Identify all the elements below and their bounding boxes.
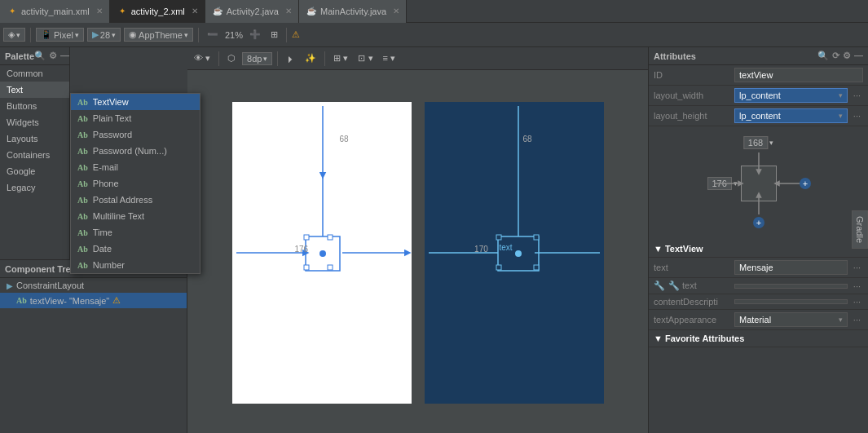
dropdown-textview[interactable]: Ab TextView (71, 94, 200, 110)
svg-rect-18 (496, 265, 501, 270)
canvas-toolbar: 👁 ▾ ⬡ 8dp ▾ ⏵ ✨ ⊞ ▾ ⊡ ▾ ≡ ▾ (187, 47, 648, 70)
palette-widgets[interactable]: Widgets (0, 114, 69, 130)
api-dropdown[interactable]: ▶ 28 ▾ (87, 28, 121, 42)
tab-close-4-icon[interactable]: ✕ (393, 7, 399, 15)
palette-google[interactable]: Google (0, 163, 69, 179)
baseline-button[interactable]: ≡ ▾ (380, 51, 399, 65)
attr-id-input[interactable]: textView (734, 68, 863, 82)
dropdown-email[interactable]: Ab E-mail (71, 159, 200, 175)
gradle-tab[interactable]: Gradle (852, 210, 868, 249)
dropdown-time[interactable]: Ab Time (71, 224, 200, 241)
margin-button[interactable]: ⊡ ▾ (355, 51, 376, 65)
ab-icon-password-num: Ab (77, 147, 88, 156)
palette-settings-icon[interactable]: ⚙ (49, 51, 57, 61)
attr-content-more[interactable]: ··· (851, 297, 863, 307)
animation-button[interactable]: ⏵ (283, 52, 298, 65)
tab-close-3-icon[interactable]: ✕ (285, 7, 292, 15)
attr-text-tool-input[interactable] (734, 284, 848, 289)
tab-activity2-java[interactable]: ☕ Activity2.java ✕ (205, 0, 299, 23)
palette-buttons[interactable]: Buttons (0, 98, 69, 114)
dropdown-multiline[interactable]: Ab Multiline Text (71, 208, 200, 224)
tab-close-2-icon[interactable]: ✕ (192, 7, 198, 15)
attr-width-more[interactable]: ··· (851, 91, 863, 100)
ab-icon-postal: Ab (77, 196, 88, 205)
dropdown-password[interactable]: Ab Password (71, 126, 200, 143)
blueprint-button[interactable]: ⬡ (224, 51, 239, 65)
attr-text-appearance-row: textAppearance Material ▾ ··· (649, 310, 868, 330)
palette-legacy[interactable]: Legacy (0, 179, 69, 196)
eye-button[interactable]: 👁 ▾ (191, 51, 214, 65)
tab-bar: ✦ activity_main.xml ✕ ✦ activity_2.xml ✕… (0, 0, 868, 23)
height-arrow-icon: ▾ (839, 112, 843, 120)
fit-screen-button[interactable]: ⊞ (267, 28, 281, 42)
tab-close-icon[interactable]: ✕ (96, 7, 103, 15)
ct-sep1 (218, 51, 219, 66)
attr-width-dropdown[interactable]: lp_content ▾ (734, 88, 848, 103)
attr-appearance-more[interactable]: ··· (851, 315, 863, 325)
dp-arrow-icon: ▾ (263, 55, 267, 63)
zoom-in-button[interactable]: ➕ (246, 28, 264, 42)
dropdown-phone[interactable]: Ab Phone (71, 175, 200, 192)
dropdown-postal[interactable]: Ab Postal Address (71, 192, 200, 208)
design-view-container: 68 176 (232, 102, 412, 404)
ct-constraint-layout[interactable]: ▶ ConstraintLayout (0, 278, 187, 293)
palette-containers[interactable]: Containers (0, 147, 69, 163)
ct-textview[interactable]: Ab textView- "Mensaje" ⚠ (0, 293, 187, 308)
layout-icon: ▶ (7, 281, 13, 290)
blueprint-phone-frame[interactable]: 68 170 text (425, 102, 604, 404)
api-icon: ▶ (92, 29, 99, 40)
ab-icon-password: Ab (77, 130, 88, 139)
palette-minimize-icon[interactable]: — (60, 51, 69, 61)
ab-icon-time: Ab (77, 228, 88, 237)
java-icon: ☕ (212, 6, 223, 17)
attr-minimize-icon[interactable]: — (854, 51, 863, 61)
attr-height-dropdown[interactable]: lp_content ▾ (734, 108, 848, 123)
svg-rect-6 (304, 235, 309, 240)
zoom-out-button[interactable]: ➖ (204, 28, 222, 42)
ab-icon-multiline: Ab (77, 212, 88, 221)
attr-text-tool-more[interactable]: ··· (851, 281, 863, 291)
dropdown-number[interactable]: Ab Number (71, 257, 200, 273)
blueprint-constraints-svg (425, 102, 604, 404)
attr-text-input[interactable]: Mensaje (734, 260, 848, 275)
svg-rect-17 (534, 235, 539, 240)
tab-activity-main[interactable]: ✦ activity_main.xml ✕ (0, 0, 110, 23)
tab-activity-2[interactable]: ✦ activity_2.xml ✕ (110, 0, 205, 23)
orientation-dropdown[interactable]: 📱 Pixel ▾ (36, 28, 84, 42)
attr-refresh-icon[interactable]: ⟳ (832, 51, 839, 61)
dropdown-plain-text[interactable]: Ab Plain Text (71, 110, 200, 126)
palette-layouts[interactable]: Layouts (0, 130, 69, 147)
ct-sep2 (277, 51, 278, 66)
attr-content-desc-input[interactable] (734, 299, 848, 304)
tab-mainactivity-java[interactable]: ☕ MainActivity.java ✕ (299, 0, 407, 23)
palette-common[interactable]: Common (0, 65, 69, 82)
palette-search-icon[interactable]: 🔍 (34, 51, 46, 61)
theme-icon: ◉ (129, 29, 137, 40)
wrench-icon: 🔧 (654, 281, 665, 291)
api-arrow-icon: ▾ (112, 31, 116, 39)
attr-search-icon[interactable]: 🔍 (817, 51, 829, 61)
component-tree: Component Tree ⚙ — ▶ ConstraintLayout Ab… (0, 259, 187, 433)
design-mode-dropdown[interactable]: ◈ ▾ (3, 28, 25, 42)
magic-button[interactable]: ✨ (302, 51, 319, 65)
ab-icon-number: Ab (77, 261, 88, 270)
attr-content-desc-row: contentDescripti ··· (649, 294, 868, 310)
svg-text:+: + (756, 218, 760, 228)
blueprint-view-container: 68 170 text (425, 102, 604, 404)
theme-dropdown[interactable]: ◉ AppTheme ▾ (124, 28, 193, 42)
design-phone-frame[interactable]: 68 176 (232, 102, 412, 404)
attr-settings-icon[interactable]: ⚙ (843, 51, 851, 61)
attr-text-more[interactable]: ··· (851, 263, 863, 272)
align-button[interactable]: ⊞ ▾ (330, 51, 351, 65)
palette-text[interactable]: Text (0, 82, 69, 98)
design-icon: ◈ (8, 29, 15, 40)
favorite-attributes-section: ▼ Favorite Attributes (649, 330, 868, 347)
design-arrow-icon: ▾ (16, 31, 20, 39)
dropdown-password-num[interactable]: Ab Password (Num...) (71, 143, 200, 159)
svg-rect-19 (534, 265, 539, 270)
svg-rect-16 (496, 235, 501, 240)
dp-dropdown[interactable]: 8dp ▾ (242, 52, 272, 65)
attr-height-more[interactable]: ··· (851, 111, 863, 121)
attr-text-appearance-dropdown[interactable]: Material ▾ (734, 312, 848, 327)
dropdown-date[interactable]: Ab Date (71, 241, 200, 257)
